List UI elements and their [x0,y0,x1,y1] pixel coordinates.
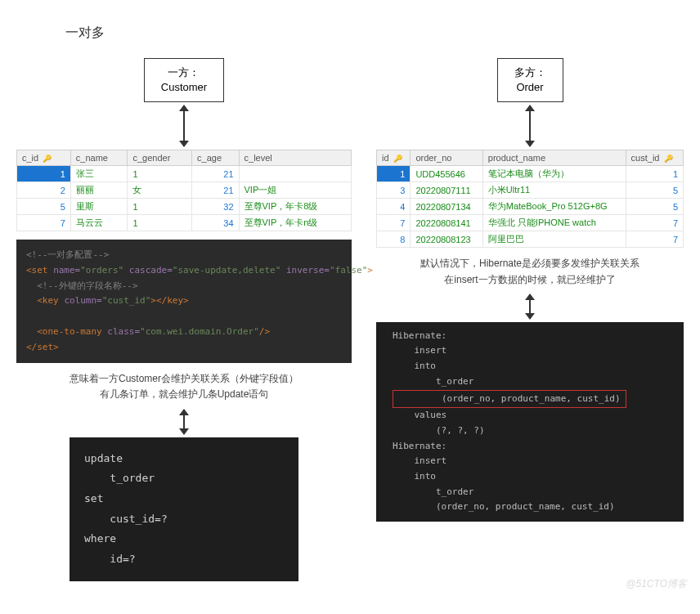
order-table: id order_no product_name cust_id 1UDD455… [376,150,684,248]
highlight-insert-columns: (order_no, product_name, cust_id) [393,390,626,409]
col-id: id [377,150,411,166]
arrow-customer-table [183,105,185,146]
col-c_level: c_level [239,150,351,166]
box-customer-line2: Customer [161,81,207,93]
arrow-order-table [529,105,531,146]
table-row[interactable]: 820220808123阿里巴巴7 [377,231,684,248]
layout-columns: 一方： Customer c_id c_name c_gender c_age … [16,58,684,581]
table-row[interactable]: 7马云云134至尊VIP，年卡n级 [17,215,352,231]
key-icon [392,153,402,163]
customer-table: c_id c_name c_gender c_age c_level 1张三12… [16,150,352,231]
update-sql-block: update t_order set cust_id=? where id=? [70,437,298,581]
key-icon [662,153,673,163]
table-row[interactable]: 720220808141华强北 只能IPHONE watch7 [377,215,684,231]
arrow-right-log [529,294,531,319]
table-row[interactable]: 2丽丽女21VIP一姐 [17,182,352,199]
right-caption: 默认情况下，Hibernate是必须要多发维护关联关系 在insert一方数据的… [420,256,639,287]
table-row[interactable]: 5里斯132至尊VIP，年卡8级 [17,199,352,215]
col-c_name: c_name [70,150,128,166]
box-order: 多方： Order [497,58,563,102]
col-c_id: c_id [17,150,71,166]
table-row[interactable]: 1张三121 [17,166,352,182]
box-customer-line1: 一方： [168,66,200,78]
col-c_age: c_age [192,150,239,166]
table-row[interactable]: 420220807134华为MateBook_Pro 512G+8G5 [377,199,684,215]
key-icon [41,153,52,163]
box-customer: 一方： Customer [144,58,224,102]
box-order-line2: Order [516,81,543,93]
col-one-side: 一方： Customer c_id c_name c_gender c_age … [16,58,352,581]
table-row[interactable]: 1UDD455646笔记本电脑（华为）1 [377,166,684,182]
col-cust_id: cust_id [626,150,683,166]
arrow-left-sql [183,410,185,434]
box-order-line1: 多方： [514,66,546,78]
col-c_gender: c_gender [128,150,192,166]
col-order_no: order_no [411,150,482,166]
col-product_name: product_name [482,150,626,166]
watermark: @51CTO博客 [626,577,687,591]
table-row[interactable]: 320220807111小米Ultr115 [377,182,684,199]
col-many-side: 多方： Order id order_no product_name cust_… [376,58,684,522]
xml-mapping-block: <!--一对多配置--> <set name="orders" cascade=… [16,240,352,363]
left-caption: 意味着一方Customer会维护关联关系（外键字段值） 有几条订单，就会维护几条… [70,371,298,402]
hibernate-log-block: Hibernate: insert into t_order (order_no… [376,322,684,522]
diagram-title: 一对多 [65,25,684,42]
